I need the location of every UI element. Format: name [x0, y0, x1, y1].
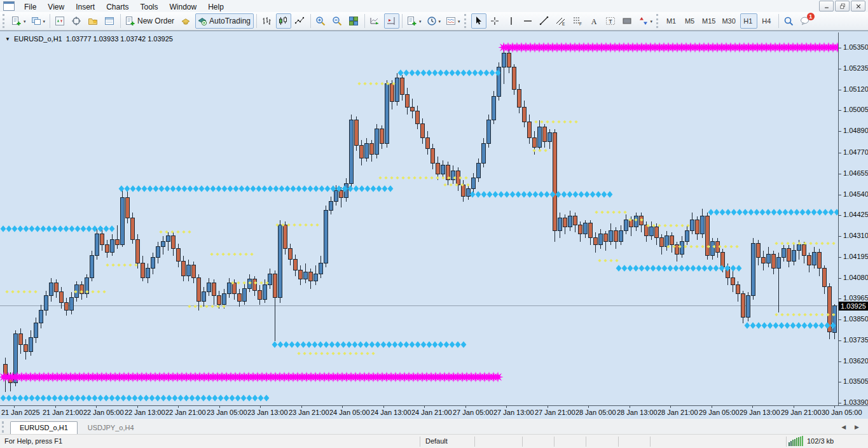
chart-shift-button[interactable]: [384, 13, 399, 29]
status-connection[interactable]: 102/3 kb: [789, 436, 834, 446]
connection-bars-icon: [789, 436, 804, 446]
zoom-in-button[interactable]: [313, 13, 329, 29]
cursor-button[interactable]: [471, 13, 486, 29]
market-watch-button[interactable]: [53, 13, 68, 29]
trendline-button[interactable]: [537, 13, 553, 29]
menu-window[interactable]: Window: [164, 1, 203, 13]
price-tick-label: 1.05350: [843, 43, 868, 51]
navigator-button[interactable]: [86, 13, 101, 29]
time-tick-label: 29 Jan 21:00: [781, 409, 822, 416]
timeframe-m15-label: M15: [702, 17, 717, 25]
timeframe-m15-button[interactable]: M15: [700, 13, 719, 29]
time-tick-label: 29 Jan 05:00: [699, 409, 740, 416]
chart-window[interactable]: ▼ EURUSD_o,H1 1.03777 1.03933 1.03742 1.…: [0, 31, 868, 419]
status-bar: For Help, press F1 Default 102/3 kb: [0, 434, 868, 448]
timeframe-m1-button[interactable]: M1: [663, 13, 680, 29]
menu-help[interactable]: Help: [202, 1, 230, 13]
vertical-line-button[interactable]: [504, 13, 520, 29]
price-tick-label: 1.04655: [843, 169, 868, 177]
status-help-text: For Help, press F1: [4, 437, 62, 445]
terminal-button[interactable]: [102, 13, 118, 29]
tab-eurusd-o-h1[interactable]: EURUSD_o,H1: [10, 421, 78, 434]
text-button[interactable]: A: [587, 13, 602, 29]
search-button[interactable]: [782, 13, 797, 29]
tab-usdjpy-o-h4[interactable]: USDJPY_o,H4: [78, 421, 144, 434]
line-chart-button[interactable]: [293, 13, 308, 29]
timeframe-h4-button[interactable]: H4: [759, 13, 776, 29]
chart-window-icon: [3, 1, 15, 11]
time-tick-label: 28 Jan 21:00: [658, 409, 698, 416]
tile-windows-button[interactable]: [347, 13, 362, 29]
price-tick-label: 1.04770: [843, 148, 868, 156]
star-folder-icon: [88, 16, 98, 26]
price-tick-label: 1.03390: [843, 398, 868, 406]
arrows-button[interactable]: ▾: [637, 13, 655, 29]
toolbar-separator: [364, 14, 365, 28]
profiles-button[interactable]: ▾: [29, 13, 48, 29]
new-chart-button[interactable]: ▾: [10, 13, 28, 29]
doc-plus-icon: [125, 16, 135, 26]
toolbar-separator: [310, 14, 311, 28]
time-tick-mark: [342, 406, 343, 408]
timeframe-h1-button[interactable]: H1: [740, 13, 757, 29]
metatrader-window: FileViewInsertChartsToolsWindowHelp ▾▾Ne…: [0, 0, 868, 448]
menu-tools[interactable]: Tools: [135, 1, 164, 13]
fibonacci-button[interactable]: F: [570, 13, 586, 29]
community-button[interactable]: 1: [798, 13, 813, 29]
time-tick-label: 24 Jan 21:00: [411, 409, 452, 416]
toolbar: ▾▾New OrderAutoTrading▾▾▾EFAT▾M1M5M15M30…: [0, 12, 868, 31]
menu-file[interactable]: File: [18, 1, 42, 13]
timeframe-m5-button[interactable]: M5: [682, 13, 699, 29]
status-profile[interactable]: Default: [425, 437, 448, 445]
toolbar-grip[interactable]: [464, 14, 468, 28]
candlestick-chart[interactable]: [0, 32, 839, 405]
dropdown-caret-icon: ▾: [458, 19, 460, 24]
price-tick-label: 1.04080: [843, 274, 868, 281]
candlestick-chart-button[interactable]: [276, 13, 291, 29]
time-axis[interactable]: 21 Jan 202521 Jan 21:0022 Jan 05:0022 Ja…: [0, 406, 868, 419]
data-window-button[interactable]: [69, 13, 85, 29]
autotrading-button[interactable]: AutoTrading: [195, 13, 254, 29]
equidistant-channel-button[interactable]: E: [554, 13, 569, 29]
toolbar-grip[interactable]: [3, 14, 6, 28]
time-tick-mark: [506, 406, 507, 408]
menu-insert[interactable]: Insert: [70, 1, 100, 13]
periods-button[interactable]: ▾: [425, 13, 443, 29]
toolbar-grip[interactable]: [656, 14, 660, 28]
time-tick-label: 27 Jan 21:00: [535, 409, 575, 416]
expert-advisors-button[interactable]: [179, 13, 194, 29]
price-axis[interactable]: 1.053501.052351.051201.050051.048901.047…: [839, 32, 868, 405]
shapes-button[interactable]: [620, 13, 635, 29]
collapse-triangle-icon[interactable]: ▼: [5, 36, 10, 42]
price-tick-mark: [839, 131, 841, 132]
tab-scroll-left-button[interactable]: ◀: [841, 424, 846, 430]
crosshair-button[interactable]: [488, 13, 503, 29]
magnifier-icon: [783, 16, 794, 26]
horizontal-line-button[interactable]: [521, 13, 536, 29]
toolbar-separator: [50, 14, 50, 28]
profiles-icon: [31, 16, 41, 26]
bar-chart-button[interactable]: [259, 13, 275, 29]
menu-charts[interactable]: Charts: [100, 1, 134, 13]
tab-scroll-right-button[interactable]: ▶: [855, 424, 859, 430]
minimize-icon: [823, 3, 830, 10]
doc-plus-icon: [407, 16, 417, 26]
timeframe-m30-button[interactable]: M30: [720, 13, 738, 29]
price-tick-mark: [839, 195, 841, 195]
menu-view[interactable]: View: [42, 1, 70, 13]
crosshair-icon: [490, 16, 500, 26]
restore-button[interactable]: [835, 1, 850, 11]
time-tick-label: 22 Jan 05:00: [83, 409, 124, 416]
auto-scroll-button[interactable]: [368, 13, 383, 29]
close-button[interactable]: [851, 1, 865, 11]
templates-button[interactable]: ▾: [444, 13, 462, 29]
zoom-out-button[interactable]: [330, 13, 345, 29]
price-tick-label: 1.04310: [843, 232, 868, 239]
new-order-button[interactable]: New Order: [123, 13, 177, 29]
target-icon: [71, 16, 81, 26]
price-tick-label: 1.04195: [843, 253, 868, 260]
text-label-button[interactable]: T: [603, 13, 619, 29]
indicators-button[interactable]: ▾: [405, 13, 424, 29]
minimize-button[interactable]: [819, 1, 834, 11]
current-price-box: 1.03925: [839, 302, 868, 311]
